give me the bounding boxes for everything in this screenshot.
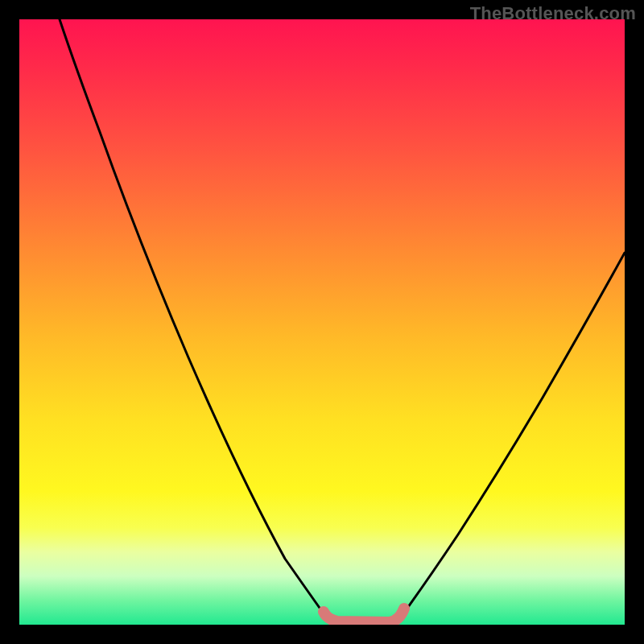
curve-right bbox=[398, 253, 625, 621]
chart-svg bbox=[19, 19, 625, 625]
curve-left bbox=[60, 19, 329, 621]
watermark-text: TheBottleneck.com bbox=[470, 3, 636, 24]
plot-area bbox=[19, 19, 625, 625]
chart-frame: TheBottleneck.com bbox=[0, 0, 644, 644]
trough-highlight bbox=[324, 609, 404, 622]
